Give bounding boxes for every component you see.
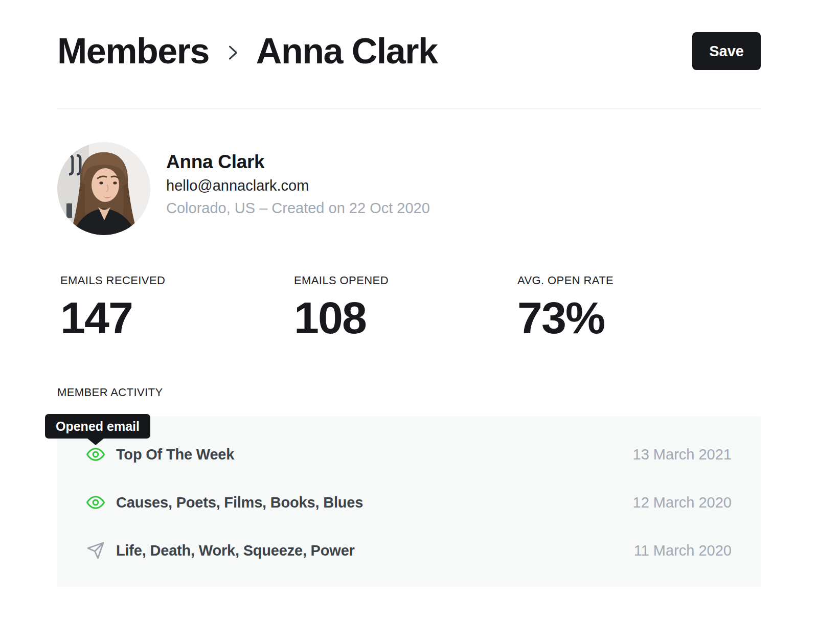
activity-row: Top Of The Week 13 March 2021 — [86, 430, 732, 478]
stat-label: EMAILS RECEIVED — [60, 274, 294, 287]
activity-row: Causes, Poets, Films, Books, Blues 12 Ma… — [86, 478, 732, 526]
activity-date: 12 March 2020 — [633, 494, 732, 511]
page-header: Members Anna Clark Save — [57, 31, 761, 72]
stat-emails-opened: EMAILS OPENED 108 — [294, 274, 517, 340]
member-profile: Anna Clark hello@annaclark.com Colorado,… — [57, 142, 761, 235]
profile-info: Anna Clark hello@annaclark.com Colorado,… — [166, 142, 430, 235]
activity-panel-wrap: Opened email Top Of The Week 13 March 20… — [57, 417, 761, 587]
member-activity-heading: MEMBER ACTIVITY — [57, 386, 761, 399]
tooltip-label: Opened email — [56, 419, 140, 433]
member-email: hello@annaclark.com — [166, 174, 430, 197]
breadcrumb-members-link[interactable]: Members — [57, 31, 209, 72]
avatar-portrait-image — [57, 142, 150, 235]
eye-icon[interactable] — [86, 445, 105, 464]
save-button[interactable]: Save — [692, 32, 761, 70]
tooltip-caret — [87, 438, 104, 445]
send-icon[interactable] — [86, 541, 105, 560]
breadcrumb: Members Anna Clark — [57, 31, 437, 72]
eye-icon[interactable] — [86, 493, 105, 512]
chevron-right-icon — [221, 41, 244, 64]
member-detail-page: Members Anna Clark Save — [0, 31, 818, 644]
stat-avg-open-rate: AVG. OPEN RATE 73% — [517, 274, 614, 340]
stat-value: 147 — [60, 295, 294, 340]
activity-title: Top Of The Week — [116, 446, 234, 463]
avatar — [57, 142, 150, 235]
activity-title: Causes, Poets, Films, Books, Blues — [116, 494, 363, 511]
activity-date: 13 March 2021 — [633, 446, 732, 463]
member-stats: EMAILS RECEIVED 147 EMAILS OPENED 108 AV… — [57, 274, 761, 340]
member-name: Anna Clark — [166, 150, 430, 174]
activity-title: Life, Death, Work, Squeeze, Power — [116, 542, 355, 559]
stat-value: 108 — [294, 295, 517, 340]
activity-panel: Top Of The Week 13 March 2021 Causes, Po… — [57, 417, 761, 587]
member-activity-section: MEMBER ACTIVITY Opened email Top Of The … — [57, 386, 761, 587]
stat-label: EMAILS OPENED — [294, 274, 517, 287]
activity-date: 11 March 2020 — [634, 542, 732, 559]
opened-email-tooltip: Opened email — [45, 414, 150, 439]
page-title: Anna Clark — [256, 31, 438, 72]
stat-value: 73% — [517, 295, 614, 340]
stat-emails-received: EMAILS RECEIVED 147 — [60, 274, 294, 340]
stat-label: AVG. OPEN RATE — [517, 274, 614, 287]
activity-row: Life, Death, Work, Squeeze, Power 11 Mar… — [86, 526, 732, 574]
header-divider — [57, 108, 761, 109]
member-meta: Colorado, US – Created on 22 Oct 2020 — [166, 197, 430, 219]
